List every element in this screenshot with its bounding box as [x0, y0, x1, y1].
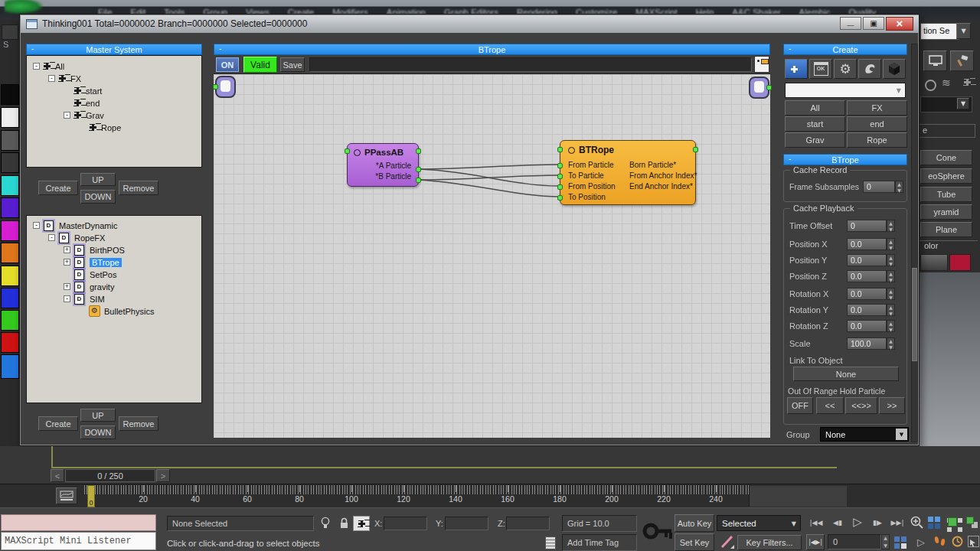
key-filters-button[interactable]: Key Filters...: [737, 535, 802, 550]
node-port[interactable]: [693, 147, 698, 152]
scale-spinner[interactable]: ▲▼: [887, 337, 895, 350]
palette-swatch[interactable]: [1, 220, 19, 241]
default-tangent-icon[interactable]: [720, 534, 735, 551]
node-port[interactable]: [557, 147, 563, 152]
type-button-fx[interactable]: FX: [847, 100, 907, 116]
group-combo[interactable]: None ▼: [820, 427, 909, 442]
node-class-combo[interactable]: ▼: [785, 83, 906, 98]
palette-swatch[interactable]: [1, 84, 19, 105]
node-ppassab[interactable]: PPassAB *A Particle *B Particle: [347, 143, 419, 187]
node-port[interactable]: [416, 148, 421, 154]
save-button[interactable]: Save: [280, 57, 305, 72]
mini-curve-editor-button[interactable]: [56, 487, 77, 504]
selection-set-arrow[interactable]: ▼: [956, 23, 971, 39]
category-helpers-button[interactable]: [858, 59, 881, 79]
tree-item-btrope[interactable]: + D BTrope: [64, 256, 122, 268]
time-offset-field[interactable]: 0: [847, 220, 887, 232]
set-keys-key-icon[interactable]: [642, 515, 674, 550]
node-canvas[interactable]: PPassAB *A Particle *B Particle BTRope F…: [214, 73, 770, 438]
panel-scrollbar[interactable]: [911, 44, 918, 442]
rotation-y-spinner[interactable]: ▲▼: [887, 304, 895, 316]
group-input-port-node[interactable]: [215, 76, 236, 98]
select-cursor-icon[interactable]: [968, 536, 979, 547]
set-key-button[interactable]: Set Key: [675, 533, 714, 551]
close-button[interactable]: ×: [886, 17, 913, 31]
ring-icon[interactable]: [925, 80, 936, 91]
utilities-tab-button[interactable]: [950, 51, 974, 71]
output-port[interactable]: [416, 178, 421, 183]
range-both-button[interactable]: <<>>: [845, 397, 877, 414]
frame-scrubber-field[interactable]: 0 / 250: [65, 469, 155, 482]
scale-field[interactable]: 100.0: [847, 337, 887, 350]
btrope-rollout-header[interactable]: - BTrope: [783, 154, 907, 165]
palette-swatch[interactable]: [1, 175, 19, 196]
master-system-rollout-header[interactable]: - Master System: [26, 44, 202, 55]
tree-item-end[interactable]: end: [64, 97, 100, 109]
lock-selection-icon[interactable]: [339, 517, 349, 533]
transform-gizmo-toggle[interactable]: [353, 516, 370, 531]
rotation-y-field[interactable]: 0.0: [847, 304, 887, 316]
tree-item-sim[interactable]: - D SIM: [64, 293, 105, 305]
maxscript-listener-pink[interactable]: [1, 514, 156, 531]
y-coordinate-field[interactable]: [445, 517, 488, 530]
left-strip-button[interactable]: [2, 24, 18, 40]
remove-button[interactable]: Remove: [119, 181, 158, 195]
type-button-all[interactable]: All: [785, 100, 845, 116]
rotation-z-spinner[interactable]: ▲▼: [887, 320, 895, 332]
minimize-button[interactable]: —: [840, 17, 861, 30]
node-toggle-icon[interactable]: [568, 147, 575, 154]
frame-subsamples-field[interactable]: 0: [863, 181, 895, 193]
up-button[interactable]: UP: [80, 173, 116, 186]
scrollbar-thumb[interactable]: [912, 268, 917, 361]
viewport-layout-icon[interactable]: [928, 517, 933, 522]
type-button-start[interactable]: start: [785, 116, 845, 132]
key-mode-toggle-button[interactable]: |◀▶|: [806, 534, 825, 550]
collapse-box-icon[interactable]: -: [33, 222, 40, 229]
maximize-viewport-icon[interactable]: [966, 517, 974, 524]
position-x-spinner[interactable]: ▲▼: [887, 238, 895, 250]
collapse-box-icon[interactable]: -: [64, 112, 70, 119]
footsteps-icon[interactable]: [934, 536, 946, 547]
down-button[interactable]: DOWN: [80, 425, 116, 439]
previous-frame-button[interactable]: ◀▮: [828, 514, 848, 531]
object-type-button-geosphere[interactable]: eoSphere: [920, 168, 972, 184]
tree-item-fx[interactable]: - FX: [48, 73, 81, 84]
palette-swatch[interactable]: [1, 107, 19, 128]
play-button[interactable]: ▷: [849, 513, 866, 531]
palette-swatch[interactable]: [1, 266, 19, 286]
tree-item-rope[interactable]: Rope: [79, 122, 121, 133]
rotation-x-spinner[interactable]: ▲▼: [887, 288, 895, 300]
isolate-selection-icon[interactable]: [948, 517, 957, 527]
output-port[interactable]: [416, 167, 421, 172]
key-set-combo[interactable]: Selected ▼: [717, 515, 801, 531]
collapse-box-icon[interactable]: -: [48, 75, 55, 82]
tree-item-gravity[interactable]: + D gravity: [64, 281, 114, 292]
output-port[interactable]: [213, 84, 218, 90]
type-button-rope[interactable]: Rope: [847, 132, 907, 148]
time-offset-spinner[interactable]: ▲▼: [887, 220, 895, 232]
display-tab-button[interactable]: [923, 51, 947, 71]
type-button-grav[interactable]: Grav: [785, 132, 845, 148]
timeline-ruler[interactable]: 0 20 40 60 80 100 120 140 160 180 200 22…: [0, 484, 980, 507]
object-type-button-pyramid[interactable]: yramid: [920, 204, 972, 220]
position-z-field[interactable]: 0.0: [847, 270, 887, 282]
subobject-combo-arrow[interactable]: ▼: [957, 98, 969, 109]
collapse-box-icon[interactable]: -: [64, 295, 70, 302]
input-port[interactable]: [557, 174, 563, 179]
time-tag-notepad-icon[interactable]: [545, 536, 556, 549]
tree-item-start[interactable]: start: [64, 85, 102, 96]
rotation-x-field[interactable]: 0.0: [847, 288, 887, 300]
node-editor-rollout-header[interactable]: - BTrope: [214, 44, 770, 55]
palette-swatch[interactable]: [1, 130, 19, 151]
link-object-none-button[interactable]: None: [793, 367, 899, 381]
collapse-box-icon[interactable]: -: [33, 63, 40, 70]
frame-subsamples-spinner[interactable]: ▲▼: [895, 181, 903, 193]
palette-swatch[interactable]: [1, 243, 19, 263]
chevron-down-icon[interactable]: ▼: [896, 429, 907, 440]
rotation-z-field[interactable]: 0.0: [847, 320, 887, 332]
palette-swatch[interactable]: [1, 354, 19, 379]
scrub-prev-button[interactable]: <: [51, 469, 64, 482]
category-particles-button[interactable]: [785, 59, 808, 79]
category-conditions-button[interactable]: ⚙: [834, 59, 857, 79]
chevron-down-icon[interactable]: ▼: [792, 520, 796, 527]
